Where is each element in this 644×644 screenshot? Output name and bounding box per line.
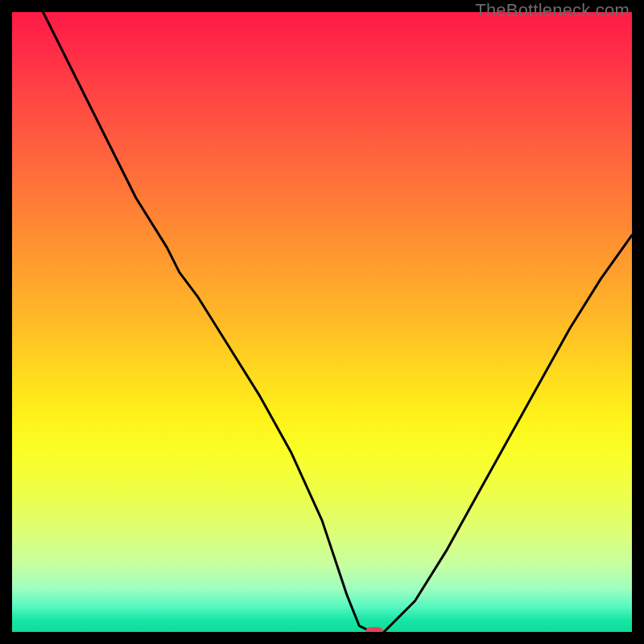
plot-area xyxy=(12,12,632,632)
chart-frame: TheBottleneck.com xyxy=(0,0,644,644)
optimal-point-marker xyxy=(365,627,383,632)
bottleneck-curve xyxy=(12,12,632,632)
watermark-text: TheBottleneck.com xyxy=(475,0,630,21)
